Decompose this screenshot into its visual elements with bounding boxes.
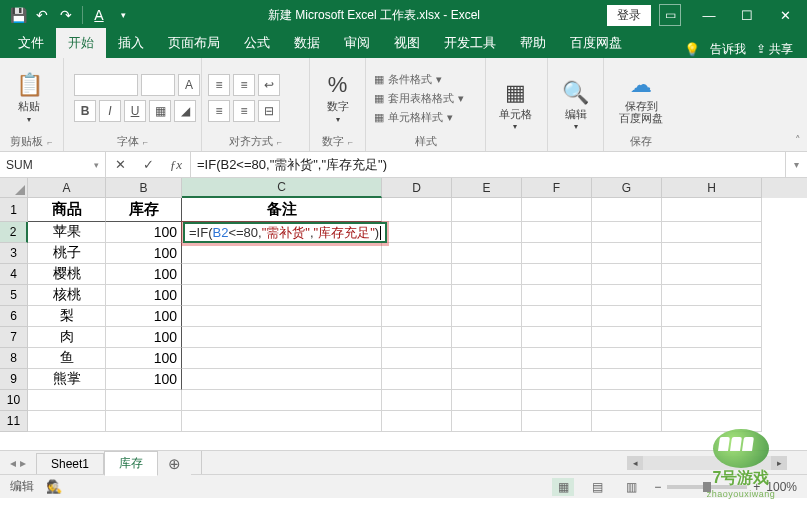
cell[interactable] xyxy=(592,243,662,264)
cell[interactable]: 100 xyxy=(106,243,182,264)
tab-help[interactable]: 帮助 xyxy=(508,28,558,58)
tab-developer[interactable]: 开发工具 xyxy=(432,28,508,58)
cancel-formula-button[interactable]: ✕ xyxy=(106,152,134,177)
cell[interactable] xyxy=(592,327,662,348)
col-header[interactable]: C xyxy=(182,178,382,198)
cell[interactable] xyxy=(382,264,452,285)
cell[interactable]: 100 xyxy=(106,327,182,348)
fill-color-button[interactable]: ◢ xyxy=(174,100,196,122)
cell[interactable] xyxy=(452,348,522,369)
col-header[interactable]: D xyxy=(382,178,452,198)
underline-button[interactable]: U xyxy=(124,100,146,122)
tab-view[interactable]: 视图 xyxy=(382,28,432,58)
align-top-button[interactable]: ≡ xyxy=(208,74,230,96)
col-header[interactable]: B xyxy=(106,178,182,198)
border-button[interactable]: ▦ xyxy=(149,100,171,122)
cell[interactable] xyxy=(662,222,762,243)
cell[interactable] xyxy=(452,306,522,327)
cell[interactable] xyxy=(452,369,522,390)
cell[interactable]: 樱桃 xyxy=(28,264,106,285)
tab-home[interactable]: 开始 xyxy=(56,28,106,58)
zoom-slider[interactable] xyxy=(667,485,747,489)
cell[interactable] xyxy=(452,198,522,222)
cell[interactable] xyxy=(182,285,382,306)
cell[interactable] xyxy=(452,264,522,285)
cell[interactable] xyxy=(182,264,382,285)
cell[interactable] xyxy=(106,411,182,432)
row-header[interactable]: 9 xyxy=(0,369,28,390)
formula-input[interactable]: =IF(B2<=80,"需补货","库存充足") xyxy=(191,152,785,177)
cell[interactable] xyxy=(452,390,522,411)
cell[interactable] xyxy=(28,390,106,411)
row-header[interactable]: 7 xyxy=(0,327,28,348)
align-center-button[interactable]: ≡ xyxy=(233,100,255,122)
cell[interactable] xyxy=(522,411,592,432)
cell[interactable] xyxy=(182,390,382,411)
merge-button[interactable]: ⊟ xyxy=(258,100,280,122)
zoom-level[interactable]: 100% xyxy=(766,480,797,494)
cell[interactable]: 100 xyxy=(106,222,182,243)
add-sheet-button[interactable]: ⊕ xyxy=(158,452,191,476)
name-box[interactable]: SUM▾ xyxy=(0,152,106,177)
cell[interactable]: 核桃 xyxy=(28,285,106,306)
undo-icon[interactable]: ↶ xyxy=(32,5,52,25)
cell[interactable]: 库存 xyxy=(106,198,182,222)
cell[interactable]: 肉 xyxy=(28,327,106,348)
cell[interactable]: 100 xyxy=(106,306,182,327)
cell[interactable] xyxy=(592,369,662,390)
sheet-tab[interactable]: Sheet1 xyxy=(36,453,104,474)
minimize-icon[interactable]: — xyxy=(691,1,727,29)
align-mid-button[interactable]: ≡ xyxy=(233,74,255,96)
zoom-in-button[interactable]: + xyxy=(753,480,760,494)
cell-styles-button[interactable]: ▦单元格样式 ▾ xyxy=(372,109,466,126)
normal-view-button[interactable]: ▦ xyxy=(552,478,574,496)
redo-icon[interactable]: ↷ xyxy=(56,5,76,25)
page-break-view-button[interactable]: ▥ xyxy=(620,478,642,496)
cell-editor[interactable]: =IF(B2<=80,"需补货","库存充足") xyxy=(183,222,387,243)
row-header[interactable]: 4 xyxy=(0,264,28,285)
number-format-button[interactable]: %数字▾ xyxy=(316,72,359,123)
tab-insert[interactable]: 插入 xyxy=(106,28,156,58)
login-button[interactable]: 登录 xyxy=(607,5,651,26)
close-icon[interactable]: ✕ xyxy=(767,1,803,29)
col-header[interactable]: E xyxy=(452,178,522,198)
cell[interactable] xyxy=(382,411,452,432)
col-header[interactable]: G xyxy=(592,178,662,198)
row-header[interactable]: 10 xyxy=(0,390,28,411)
cell[interactable] xyxy=(662,348,762,369)
cell[interactable] xyxy=(592,306,662,327)
dialog-launcher-icon[interactable]: ⌐ xyxy=(47,137,52,147)
zoom-out-button[interactable]: − xyxy=(654,480,661,494)
cell[interactable] xyxy=(662,243,762,264)
cell[interactable] xyxy=(452,243,522,264)
cell[interactable] xyxy=(382,306,452,327)
font-name-combo[interactable] xyxy=(74,74,138,96)
paste-button[interactable]: 📋粘贴▾ xyxy=(6,72,52,123)
italic-button[interactable]: I xyxy=(99,100,121,122)
ribbon-display-icon[interactable]: ▭ xyxy=(659,4,681,26)
cell[interactable] xyxy=(522,285,592,306)
row-header[interactable]: 2 xyxy=(0,222,28,243)
cell[interactable] xyxy=(452,327,522,348)
cell[interactable]: 苹果 xyxy=(28,222,106,243)
cell[interactable] xyxy=(522,222,592,243)
cell[interactable] xyxy=(522,369,592,390)
cell[interactable]: 100 xyxy=(106,285,182,306)
tab-baidu[interactable]: 百度网盘 xyxy=(558,28,634,58)
cell[interactable] xyxy=(382,348,452,369)
tab-data[interactable]: 数据 xyxy=(282,28,332,58)
wrap-text-button[interactable]: ↩ xyxy=(258,74,280,96)
select-all-corner[interactable] xyxy=(0,178,28,198)
cell[interactable]: 100 xyxy=(106,348,182,369)
cell[interactable] xyxy=(522,243,592,264)
cell[interactable] xyxy=(522,306,592,327)
qat-more-icon[interactable]: ▾ xyxy=(113,5,133,25)
cell[interactable] xyxy=(592,198,662,222)
tab-review[interactable]: 审阅 xyxy=(332,28,382,58)
cell[interactable] xyxy=(382,222,452,243)
cell[interactable] xyxy=(382,390,452,411)
maximize-icon[interactable]: ☐ xyxy=(729,1,765,29)
cell[interactable] xyxy=(592,411,662,432)
cell[interactable] xyxy=(522,348,592,369)
sheet-nav-next-icon[interactable]: ▸ xyxy=(20,456,26,470)
